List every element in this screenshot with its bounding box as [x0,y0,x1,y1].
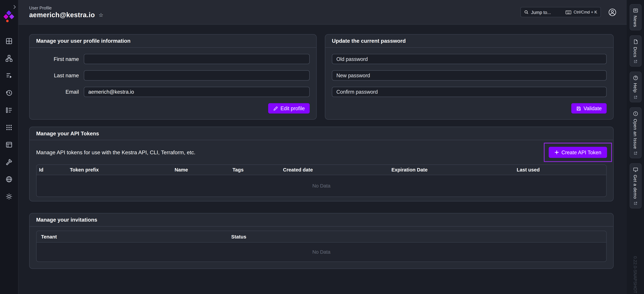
sidebar-item-blueprints[interactable] [4,123,14,132]
kestra-logo[interactable] [3,11,15,23]
col-token-prefix: Token prefix [68,167,172,173]
favorite-star-icon[interactable]: ☆ [98,12,103,18]
account-circle-icon [608,8,616,16]
api-tokens-table: Id Token prefix Name Tags Created date E… [36,164,606,197]
sidebar-item-namespaces[interactable] [4,141,14,149]
profile-card: Manage your user profile information Fir… [29,34,316,120]
col-expiration-date: Expiration Date [389,167,514,173]
gear-icon [6,193,13,200]
password-card-body: Validate [325,48,613,119]
rail-item-news-label: News [633,16,638,27]
page-title: aemerich@kestra.io [29,11,95,19]
first-name-row: First name [36,54,310,64]
logo-dot [6,20,9,22]
api-tokens-card-body: Manage API tokens for use with the Kestr… [30,140,613,201]
old-password-field[interactable] [332,54,606,64]
app-frame: User Profile aemerich@kestra.io ☆ Jump t… [0,0,644,294]
profile-card-body: First name Last name Email [30,48,316,119]
rail-item-news[interactable]: News [630,4,642,30]
edit-profile-button[interactable]: Edit profile [268,103,310,113]
api-tokens-card-title: Manage your API Tokens [30,127,613,140]
new-password-row [332,70,606,81]
logo-diamond [3,14,8,19]
first-name-field[interactable] [84,54,310,64]
logs-icon [6,107,13,114]
api-tokens-empty-state: No Data [36,175,606,197]
create-token-highlight-box: Create API Token [544,143,612,162]
sidebar-item-executions[interactable] [4,72,14,80]
email-field[interactable] [84,87,310,97]
plugin-axe-icon [6,158,13,166]
header-right: Jump to... Ctrl/Cmd + K [520,7,617,17]
create-api-token-label: Create API Token [562,150,601,155]
invitations-table-header: Tenant Status [36,231,606,242]
title-row: aemerich@kestra.io ☆ [29,11,103,19]
app-root: User Profile aemerich@kestra.io ☆ Jump t… [0,0,644,294]
password-card: Update the current password [325,34,614,120]
create-api-token-button[interactable]: Create API Token [549,147,607,158]
first-name-label: First name [36,56,79,62]
rail-item-get-a-demo[interactable]: Get a demo [630,163,642,208]
last-name-row: Last name [36,70,310,81]
col-last-used: Last used [514,167,606,173]
rail-item-docs[interactable]: Docs [630,35,642,67]
external-link-icon [634,95,637,99]
profile-card-footer: Edit profile [36,103,310,113]
invitations-card: Manage your invitations Tenant Status No… [29,213,614,269]
search-icon [524,10,529,14]
confirm-password-row [332,87,606,97]
news-icon [633,8,638,13]
confirm-password-field[interactable] [332,87,606,97]
email-row: Email [36,87,310,97]
email-label: Email [36,89,79,95]
sidebar-item-instance[interactable] [4,175,14,183]
keyboard-icon [566,10,572,14]
new-password-field[interactable] [332,70,606,81]
home-grid-icon [6,38,13,45]
left-sidebar [0,0,18,294]
sidebar-expand-button[interactable] [13,3,16,11]
jump-to-search[interactable]: Jump to... Ctrl/Cmd + K [520,7,601,17]
plus-icon [554,150,559,155]
top-header: User Profile aemerich@kestra.io ☆ Jump t… [18,0,627,25]
external-link-icon [634,151,637,155]
sidebar-item-settings[interactable] [4,192,14,201]
clock-history-icon [6,89,13,97]
sidebar-item-history[interactable] [4,89,14,97]
page-content: Manage your user profile information Fir… [18,25,627,294]
docs-icon [633,39,638,44]
last-name-field[interactable] [84,70,310,81]
open-issue-icon [633,111,638,116]
sidebar-item-home[interactable] [4,37,14,45]
invitations-table: Tenant Status No Data [36,231,606,262]
chevron-right-icon [13,5,16,9]
password-card-title: Update the current password [325,35,613,48]
sidebar-item-logs[interactable] [4,106,14,114]
validate-button[interactable]: Validate [571,103,606,113]
logo-diamond [9,14,14,19]
rail-item-get-a-demo-label: Get a demo [633,175,638,199]
user-avatar[interactable] [608,8,617,17]
col-name: Name [172,167,230,173]
rail-item-help-label: Help [633,83,638,93]
rail-item-docs-label: Docs [633,47,638,57]
right-rail: News Docs Help Open an Issue Get a demo … [627,0,644,294]
top-cards-row: Manage your user profile information Fir… [29,34,614,120]
save-icon [576,106,581,111]
invitations-card-title: Manage your invitations [30,213,613,226]
api-tokens-description-row: Manage API tokens for use with the Kestr… [36,143,606,162]
rail-item-help[interactable]: Help [630,72,642,102]
col-status: Status [227,234,606,239]
col-tags: Tags [230,167,280,173]
sidebar-item-plugins[interactable] [4,158,14,166]
sidebar-item-flows[interactable] [4,54,14,63]
old-password-row [332,54,606,64]
invitations-empty-state: No Data [36,242,606,261]
sidebar-nav [4,37,14,201]
rail-item-open-issue[interactable]: Open an Issue [630,107,642,158]
main-column: User Profile aemerich@kestra.io ☆ Jump t… [18,0,627,294]
shortcut-text: Ctrl/Cmd + K [574,10,597,14]
validate-label: Validate [584,106,602,111]
password-card-footer: Validate [332,103,606,113]
external-link-icon [634,201,637,205]
